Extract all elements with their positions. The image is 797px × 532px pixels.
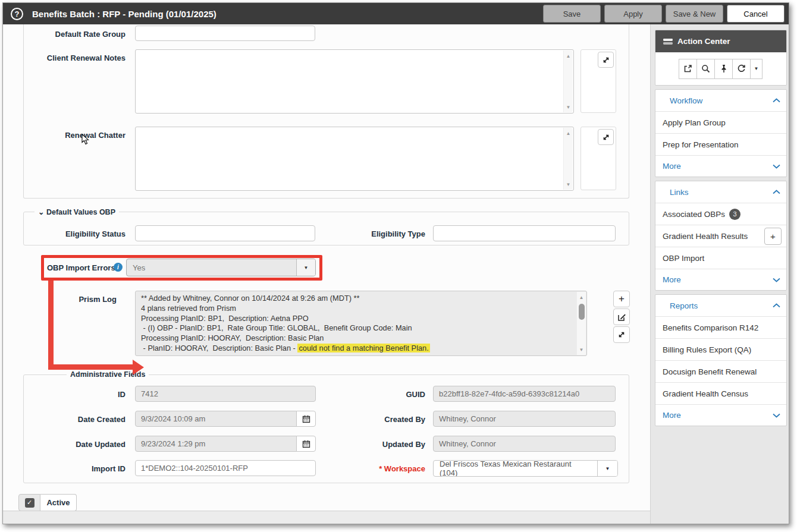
action-center-title: Action Center <box>677 37 730 46</box>
links-section-header[interactable]: Links <box>655 181 786 203</box>
log-line-error: - PlanID: HOORAY, Description: Basic Pla… <box>141 344 572 354</box>
pin-icon <box>720 64 728 73</box>
eligibility-status-input[interactable] <box>135 225 315 241</box>
apply-button[interactable]: Apply <box>604 5 662 23</box>
workflow-section-header[interactable]: Workflow <box>655 90 786 111</box>
prism-log-text[interactable]: ** Added by Whitney, Connor on 10/14/202… <box>135 291 587 356</box>
toolbar-dropdown-caret[interactable]: ▼ <box>750 59 763 79</box>
import-id-input[interactable] <box>135 460 316 476</box>
client-renewal-notes-textarea[interactable]: ▲ ▼ <box>135 49 574 114</box>
scroll-up-icon[interactable]: ▲ <box>577 293 586 301</box>
reports-section-header[interactable]: Reports <box>655 295 786 316</box>
scroll-up-icon[interactable]: ▲ <box>564 52 573 60</box>
scroll-down-icon[interactable]: ▼ <box>577 345 586 354</box>
guid-input[interactable] <box>433 386 616 402</box>
annotation-arrow-vertical <box>48 281 54 370</box>
mouse-cursor <box>81 134 89 145</box>
expand-button[interactable] <box>598 52 614 68</box>
save-and-new-button[interactable]: Save & New <box>666 5 723 23</box>
links-section: Links Associated OBPs 3 Gradient Health … <box>655 181 787 291</box>
pin-button[interactable] <box>714 59 733 79</box>
search-icon <box>701 64 710 73</box>
default-rate-group-label: Default Rate Group <box>27 30 125 39</box>
link-gradient-health-results[interactable]: Gradient Health Results + <box>655 225 786 247</box>
client-renewal-notes-expand-panel <box>581 49 616 113</box>
date-created-label: Date Created <box>62 415 125 424</box>
checkbox-addon: ✓ <box>18 494 40 511</box>
right-rail: Action Center <box>651 24 789 524</box>
link-obp-import[interactable]: OBP Import <box>655 247 786 269</box>
workspace-label: * Workspace <box>357 464 425 473</box>
calendar-icon <box>302 415 310 423</box>
scrollbar[interactable]: ▲ ▼ <box>576 292 586 355</box>
expand-icon <box>617 330 626 339</box>
expand-icon <box>602 133 610 141</box>
updated-by-input[interactable] <box>433 436 616 452</box>
active-checkbox-group: ✓ Active <box>18 494 77 511</box>
count-badge: 3 <box>729 209 740 220</box>
page-title: Benefits Batch : RFP - Pending (01/01/20… <box>32 9 216 19</box>
help-icon[interactable]: ? <box>11 8 23 20</box>
title-bar: ? Benefits Batch : RFP - Pending (01/01/… <box>3 3 789 24</box>
created-by-input[interactable] <box>433 411 616 427</box>
action-center-toolbar: ▼ <box>655 52 786 85</box>
header-buttons: Save Apply Save & New Cancel <box>543 5 785 23</box>
report-gradient-health-census[interactable]: Gradient Health Census <box>655 382 786 404</box>
chevron-up-icon <box>773 303 780 308</box>
log-line: Processing PlanID: HOORAY, Description: … <box>141 333 572 344</box>
date-created-input[interactable] <box>135 411 297 427</box>
expand-log-button[interactable] <box>613 326 630 343</box>
refresh-button[interactable] <box>732 59 751 79</box>
edit-icon <box>617 313 626 322</box>
chevron-down-icon <box>773 413 780 418</box>
dropdown-caret-icon[interactable]: ▼ <box>597 461 617 476</box>
eligibility-type-input[interactable] <box>433 225 616 241</box>
scrollbar[interactable]: ▲ ▼ <box>563 128 573 190</box>
active-checkbox[interactable]: ✓ <box>25 498 34 508</box>
date-updated-calendar-button[interactable] <box>296 436 316 452</box>
search-button[interactable] <box>696 59 715 79</box>
id-input[interactable] <box>135 386 316 402</box>
workflow-more[interactable]: More <box>655 155 786 177</box>
action-center-header: Action Center <box>655 30 786 52</box>
scroll-up-icon[interactable]: ▲ <box>564 129 573 137</box>
reports-more[interactable]: More <box>655 404 786 426</box>
action-center-icon <box>663 38 673 45</box>
renewal-chatter-textarea[interactable]: ▲ ▼ <box>135 127 574 191</box>
default-rate-group-input[interactable] <box>135 26 315 41</box>
log-line: ** Added by Whitney, Connor on 10/14/202… <box>141 294 572 304</box>
add-button[interactable]: + <box>764 228 782 245</box>
chevron-up-icon <box>773 190 780 194</box>
date-updated-input[interactable] <box>135 436 297 452</box>
report-billing-rules-export[interactable]: Billing Rules Export (QA) <box>655 338 786 360</box>
action-apply-plan-group[interactable]: Apply Plan Group <box>655 111 786 133</box>
scroll-down-icon[interactable]: ▼ <box>564 103 573 111</box>
add-log-entry-button[interactable]: + <box>613 291 630 307</box>
open-external-button[interactable] <box>679 59 697 79</box>
log-line: 4 plans retrieved from Prism <box>141 304 572 314</box>
cancel-button[interactable]: Cancel <box>727 5 785 23</box>
annotation-red-box <box>41 255 322 281</box>
scroll-thumb[interactable] <box>579 304 585 320</box>
scroll-down-icon[interactable]: ▼ <box>564 180 573 188</box>
scrollbar[interactable]: ▲ ▼ <box>563 51 573 112</box>
default-values-obp-legend[interactable]: ⌄ Default Values OBP <box>34 207 119 216</box>
chevron-down-icon <box>773 278 780 282</box>
link-associated-obps[interactable]: Associated OBPs 3 <box>655 203 786 225</box>
date-created-calendar-button[interactable] <box>296 411 316 427</box>
report-docusign-benefit-renewal[interactable]: Docusign Benefit Renewal <box>655 360 786 382</box>
action-prep-for-presentation[interactable]: Prep for Presentation <box>655 133 786 155</box>
workspace-select[interactable]: Del Friscos Texas Mexican Restaraunt (10… <box>433 460 618 477</box>
links-more[interactable]: More <box>655 269 786 290</box>
log-line: - (I) OBP - PlanID: BP1, Rate Group Titl… <box>141 323 572 333</box>
app-window: ? Benefits Batch : RFP - Pending (01/01/… <box>2 2 789 524</box>
external-link-icon <box>683 64 692 73</box>
edit-log-button[interactable] <box>613 309 630 325</box>
id-label: ID <box>74 390 125 399</box>
save-button[interactable]: Save <box>543 5 601 23</box>
created-by-label: Created By <box>359 415 425 424</box>
report-benefits-comparison[interactable]: Benefits Comparison R142 <box>655 316 786 338</box>
workflow-section: Workflow Apply Plan Group Prep for Prese… <box>655 89 787 177</box>
expand-button[interactable] <box>598 129 614 145</box>
renewal-chatter-expand-panel <box>581 127 616 190</box>
